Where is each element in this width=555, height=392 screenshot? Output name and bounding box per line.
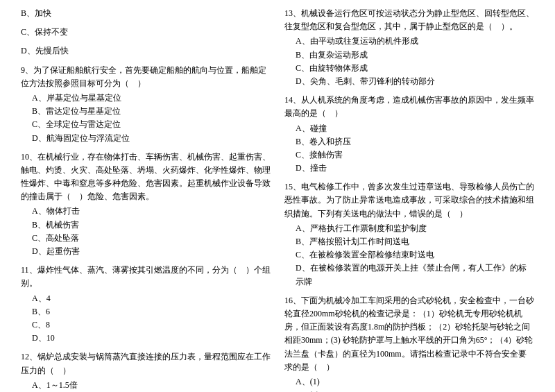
option: A、1～1.5倍 (21, 379, 271, 392)
option: A、碰撞 (284, 122, 534, 135)
question-text: D、先慢后快 (21, 44, 271, 58)
option: B、由复杂运动形成 (284, 49, 534, 62)
question-text: 13、机械设备运行危区可按运动状态分为静止型危区、回转型危区、往复型危区和复合型… (284, 7, 534, 33)
option: D、在被检修装置的电源开关上挂《禁止合闸，有人工作》的标示牌 (284, 262, 534, 288)
option: C、高处坠落 (21, 232, 271, 245)
question-text: 12、锅炉总成安装与锅筒蒸汽直接连接的压力表，量程范围应在工作压力的（ ） (21, 350, 271, 377)
option: D、起重伤害 (21, 245, 271, 258)
option: A、(1) (284, 375, 534, 389)
question-q_c: C、保持不变 (21, 26, 271, 39)
option: C、8 (21, 318, 271, 332)
question-text: 9、为了保证船舶航行安全，首先要确定船舶的航向与位置，船舶定位方法按照参照目标可… (21, 64, 271, 90)
question-q12: 12、锅炉总成安装与锅筒蒸汽直接连接的压力表，量程范围应在工作压力的（ ）A、1… (21, 350, 271, 392)
question-text: 10、在机械行业，存在物体打击、车辆伤害、机械伤害、起重伤害、触电、灼烫、火灾、… (21, 151, 271, 204)
question-text: 14、从人机系统的角度考虑，造成机械伤害事故的原因中，发生频率最高的是（ ） (284, 94, 534, 120)
question-q15: 15、电气检修工作中，曾多次发生过违章送电、导致检修人员伤亡的恶性事故。为了防止… (284, 180, 534, 289)
option: B、严格按照计划工作时间送电 (284, 235, 534, 248)
option: D、航海固定位与浮流定位 (21, 132, 271, 145)
option: B、雷达定位与星基定位 (21, 105, 271, 118)
option: A、严格执行工作票制度和监护制度 (284, 222, 534, 235)
question-text: C、保持不变 (21, 26, 271, 39)
option: A、岸基定位与星基定位 (21, 92, 271, 105)
question-q9: 9、为了保证船舶航行安全，首先要确定船舶的航向与位置，船舶定位方法按照参照目标可… (21, 64, 271, 145)
option: C、由旋转物体形成 (284, 62, 534, 75)
option: B、6 (21, 305, 271, 318)
question-q_d: D、先慢后快 (21, 44, 271, 58)
question-q16: 16、下面为机械冷加工车间采用的合式砂轮机，安全检查中，一台砂轮直径200mm砂… (284, 294, 534, 392)
option: B、(2) (284, 389, 534, 392)
question-text: B、加快 (21, 7, 271, 20)
option: A、由平动或往复运动的机件形成 (284, 35, 534, 48)
question-text: 16、下面为机械冷加工车间采用的合式砂轮机，安全检查中，一台砂轮直径200mm砂… (284, 294, 534, 374)
question-q13: 13、机械设备运行危区可按运动状态分为静止型危区、回转型危区、往复型危区和复合型… (284, 7, 534, 88)
option: B、卷入和挤压 (284, 135, 534, 148)
question-q11: 11、爆炸性气体、蒸汽、薄雾按其引燃温度的不同，分为（ ）个组别。A、4B、6C… (21, 264, 271, 345)
left-column: B、加快C、保持不变D、先慢后快9、为了保证船舶航行安全，首先要确定船舶的航向与… (21, 7, 271, 392)
question-q10: 10、在机械行业，存在物体打击、车辆伤害、机械伤害、起重伤害、触电、灼烫、火灾、… (21, 151, 271, 259)
option: C、全球定位与雷达定位 (21, 118, 271, 131)
question-q14: 14、从人机系统的角度考虑，造成机械伤害事故的原因中，发生频率最高的是（ ）A、… (284, 94, 534, 175)
right-column: 13、机械设备运行危区可按运动状态分为静止型危区、回转型危区、往复型危区和复合型… (284, 7, 534, 392)
option: D、10 (21, 332, 271, 345)
option: A、物体打击 (21, 205, 271, 218)
option: D、撞击 (284, 162, 534, 175)
option: C、接触伤害 (284, 148, 534, 162)
option: A、4 (21, 292, 271, 305)
option: D、尖角、毛刺、带刃锋利的转动部分 (284, 75, 534, 88)
question-text: 11、爆炸性气体、蒸汽、薄雾按其引燃温度的不同，分为（ ）个组别。 (21, 264, 271, 290)
option: C、在被检修装置全部检修结束时送电 (284, 248, 534, 262)
option: B、机械伤害 (21, 219, 271, 232)
question-text: 15、电气检修工作中，曾多次发生过违章送电、导致检修人员伤亡的恶性事故。为了防止… (284, 180, 534, 221)
question-q_b: B、加快 (21, 7, 271, 20)
